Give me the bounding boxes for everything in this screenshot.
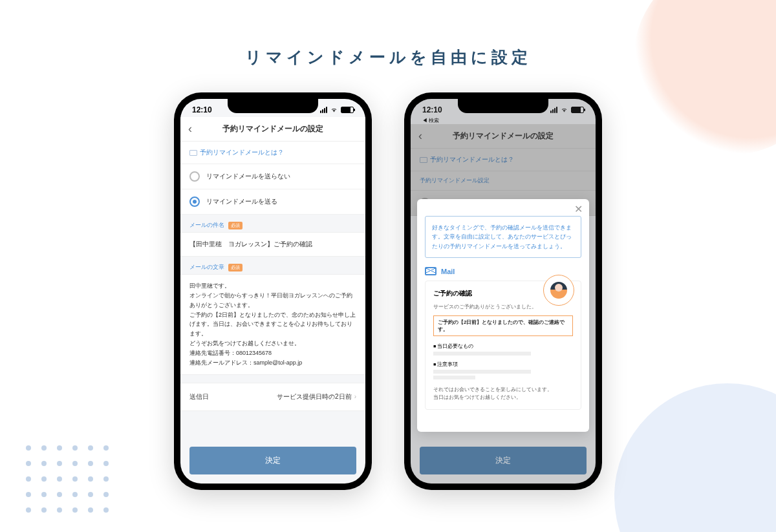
subject-label: メールの件名 必須: [180, 215, 365, 232]
back-button[interactable]: ‹: [418, 129, 422, 143]
mail-preview-section: 当日必要なもの: [433, 343, 573, 356]
phone-mockup-2: 12:10 ◀ 検索 ‹ 予約リマインドメールの設定 予約リマインドメールとは？…: [404, 92, 602, 490]
info-link[interactable]: 予約リマインドメールとは？: [411, 149, 596, 171]
signal-icon: [320, 107, 327, 113]
send-date-label: 送信日: [189, 392, 209, 401]
phone-mockup-1: 12:10 ‹ 予約リマインドメールの設定 予約リマインドメールとは？: [174, 92, 372, 490]
mail-preview-footer: それではお会いできることを楽しみにしています。当日はお気をつけてお越しください。: [433, 386, 573, 401]
back-button[interactable]: ‹: [188, 122, 192, 136]
mail-icon: [425, 267, 436, 275]
radio-label: リマインドメールを送らない: [206, 172, 290, 181]
mail-preview-card: ご予約の確認 サービスのご予約ありがとうございました。 ご予約の【2日前】となり…: [425, 281, 581, 410]
mail-icon: [420, 157, 427, 163]
settings-subtitle: 予約リマインドメール設定: [411, 171, 596, 191]
tutorial-modal: ✕ 好きなタイミングで、予約の確認メールを送信できます。文章を自由に設定して、あ…: [417, 199, 589, 432]
subject-input[interactable]: 【田中里穂 ヨガレッスン】ご予約の確認: [180, 232, 365, 257]
battery-icon: [571, 107, 584, 113]
navigation-bar: ‹ 予約リマインドメールの設定: [180, 117, 365, 142]
search-back-link[interactable]: ◀ 検索: [411, 117, 596, 124]
radio-icon: [189, 171, 200, 182]
body-textarea[interactable]: 田中里穂です。オンラインで朝からすっきり！平日朝ヨガレッスンへのご予約ありがとう…: [180, 274, 365, 375]
send-date-value: サービス提供日時の2日前: [277, 393, 352, 400]
phone-notch: [228, 99, 318, 113]
required-badge: 必須: [228, 264, 242, 271]
send-date-row[interactable]: 送信日 サービス提供日時の2日前›: [180, 383, 365, 411]
navigation-bar: ‹ 予約リマインドメールの設定: [411, 124, 596, 149]
mail-preview-highlight: ご予約の【2日前】となりましたので、確認のご連絡です。: [433, 315, 573, 336]
radio-option-off[interactable]: リマインドメールを送らない: [180, 164, 365, 189]
radio-icon: [189, 197, 200, 207]
mail-icon: [189, 150, 197, 156]
submit-button[interactable]: 決定: [189, 447, 356, 474]
status-time: 12:10: [422, 105, 442, 114]
chevron-right-icon: ›: [354, 393, 356, 400]
phone-notch: [458, 99, 548, 113]
radio-label: リマインドメールを送る: [206, 197, 277, 206]
body-label: メールの文章 必須: [180, 257, 365, 274]
status-time: 12:10: [192, 105, 212, 114]
page-title: リマインドメールを自由に設定: [0, 0, 776, 68]
info-link-label: 予約リマインドメールとは？: [200, 148, 284, 157]
required-badge: 必須: [228, 222, 242, 229]
battery-icon: [341, 107, 354, 113]
modal-intro-text: 好きなタイミングで、予約の確認メールを送信できます。文章を自由に設定して、あなた…: [425, 216, 581, 258]
info-link-label: 予約リマインドメールとは？: [430, 155, 514, 164]
info-link[interactable]: 予約リマインドメールとは？: [180, 142, 365, 164]
submit-button[interactable]: 決定: [420, 447, 587, 474]
avatar-bubble: [543, 275, 574, 306]
close-icon[interactable]: ✕: [574, 203, 583, 215]
nav-title: 予約リマインドメールの設定: [418, 131, 588, 142]
avatar-icon: [550, 282, 567, 299]
wifi-icon: [560, 107, 568, 113]
radio-option-on[interactable]: リマインドメールを送る: [180, 189, 365, 215]
nav-title: 予約リマインドメールの設定: [188, 123, 358, 134]
wifi-icon: [330, 107, 338, 113]
mail-preview-section: 注意事項: [433, 361, 573, 379]
signal-icon: [550, 107, 557, 113]
